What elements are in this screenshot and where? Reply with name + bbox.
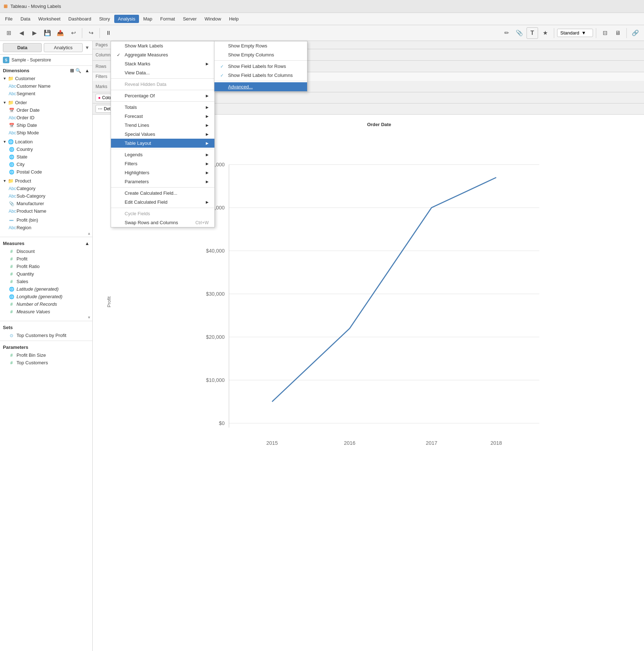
group-location-header[interactable]: ▼ 🌐 Location xyxy=(0,138,92,146)
menu-format[interactable]: Format xyxy=(157,15,179,23)
menu-parameters[interactable]: Parameters ▶ xyxy=(111,177,214,186)
field-ship-date[interactable]: 📅 Ship Date xyxy=(0,121,92,129)
menu-percentage-of[interactable]: Percentage Of ▶ xyxy=(111,91,214,100)
field-profit-ratio[interactable]: # Profit Ratio xyxy=(0,263,92,270)
toolbar-forward-btn[interactable]: ▶ xyxy=(29,27,40,39)
scroll-down-icon[interactable]: ▼ xyxy=(87,315,91,319)
submenu-show-empty-cols[interactable]: Show Empty Columns xyxy=(214,50,307,59)
field-city[interactable]: 🌐 City xyxy=(0,161,92,168)
tab-data[interactable]: Data xyxy=(3,43,42,52)
field-subcategory[interactable]: Abc Sub-Category xyxy=(0,192,92,200)
field-order-date[interactable]: 📅 Order Date xyxy=(0,106,92,114)
menu-swap-rows-cols[interactable]: Swap Rows and Columns Ctrl+W xyxy=(111,218,214,227)
menu-window[interactable]: Window xyxy=(201,15,224,23)
submenu-show-field-labels-cols[interactable]: ✓ Show Field Labels for Columns xyxy=(214,71,307,80)
menu-analysis[interactable]: Analysis xyxy=(114,15,139,23)
field-longitude[interactable]: 🌐 Longitude (generated) xyxy=(0,293,92,300)
menu-forecast[interactable]: Forecast ▶ xyxy=(111,112,214,121)
field-measure-values[interactable]: # Measure Values xyxy=(0,308,92,315)
menu-worksheet[interactable]: Worksheet xyxy=(34,15,64,23)
toolbar-pen-btn[interactable]: ✏ xyxy=(501,27,512,39)
grid-icon[interactable]: ⊞ xyxy=(70,68,74,73)
menu-help[interactable]: Help xyxy=(226,15,242,23)
toolbar-presentation-btn[interactable]: ⊟ xyxy=(599,27,611,39)
menu-trend-lines[interactable]: Trend Lines ▶ xyxy=(111,121,214,130)
menu-story[interactable]: Story xyxy=(96,15,113,23)
scroll-up-icon[interactable]: ▲ xyxy=(87,231,91,235)
menu-data[interactable]: Data xyxy=(17,15,34,23)
menu-edit-calculated[interactable]: Edit Calculated Field ▶ xyxy=(111,198,214,207)
group-product-header[interactable]: ▼ 📁 Product xyxy=(0,177,92,185)
toolbar-star-btn[interactable]: ★ xyxy=(539,27,551,39)
field-country[interactable]: 🌐 Country xyxy=(0,146,92,153)
menu-legends[interactable]: Legends ▶ xyxy=(111,150,214,159)
collapse-icon[interactable]: ▲ xyxy=(85,68,89,73)
field-latitude[interactable]: 🌐 Latitude (generated) xyxy=(0,285,92,293)
group-customer-header[interactable]: ▼ 📁 Customer xyxy=(0,75,92,82)
field-state[interactable]: 🌐 State xyxy=(0,153,92,161)
field-discount[interactable]: # Discount xyxy=(0,248,92,255)
menu-show-mark-labels[interactable]: Show Mark Labels xyxy=(111,41,214,50)
panel-chevron-icon[interactable]: ▼ xyxy=(85,45,89,50)
toolbar-back-btn[interactable]: ◀ xyxy=(16,27,27,39)
field-customer-name[interactable]: Abc Customer Name xyxy=(0,82,92,90)
toolbar-save-btn[interactable]: 💾 xyxy=(42,27,53,39)
field-label: Order ID xyxy=(17,115,34,120)
menu-map[interactable]: Map xyxy=(140,15,156,23)
field-order-id[interactable]: Abc Order ID xyxy=(0,114,92,121)
data-source[interactable]: S Sample - Superstore xyxy=(0,55,92,66)
menu-special-values[interactable]: Special Values ▶ xyxy=(111,130,214,139)
toolbar-redo-btn[interactable]: ↪ xyxy=(85,27,97,39)
field-sales[interactable]: # Sales xyxy=(0,278,92,285)
detail-icon: ⋯ xyxy=(98,106,102,111)
field-top-customers-param[interactable]: # Top Customers xyxy=(0,359,92,366)
field-top-customers[interactable]: ⊙ Top Customers by Profit xyxy=(0,332,92,339)
field-quantity[interactable]: # Quantity xyxy=(0,270,92,278)
toolbar-publish-btn[interactable]: 📤 xyxy=(55,27,66,39)
titlebar: ⊞ Tableau - Moving Labels xyxy=(0,0,644,13)
field-segment[interactable]: Abc Segment xyxy=(0,90,92,97)
analysis-dropdown-menu[interactable]: Show Mark Labels ✓ Aggregate Measures St… xyxy=(111,41,215,227)
toolbar-undo-btn[interactable]: ↩ xyxy=(68,27,79,39)
toolbar-device-btn[interactable]: 🖥 xyxy=(612,27,624,39)
menu-stack-marks[interactable]: Stack Marks ▶ xyxy=(111,59,214,68)
toolbar-new-btn[interactable]: ⊞ xyxy=(3,27,14,39)
menu-table-layout[interactable]: Table Layout ▶ xyxy=(111,139,214,148)
table-layout-submenu[interactable]: Show Empty Rows Show Empty Columns ✓ Sho… xyxy=(214,41,307,92)
tab-analytics[interactable]: Analytics xyxy=(44,43,83,52)
submenu-advanced[interactable]: Advanced... xyxy=(214,82,307,91)
menu-totals[interactable]: Totals ▶ xyxy=(111,103,214,112)
menu-server[interactable]: Server xyxy=(179,15,200,23)
toolbar-pin-btn[interactable]: 📎 xyxy=(514,27,525,39)
submenu-show-field-labels-rows[interactable]: ✓ Show Field Labels for Rows xyxy=(214,62,307,71)
field-product-name[interactable]: Abc Product Name xyxy=(0,207,92,215)
field-profit[interactable]: # Profit xyxy=(0,255,92,263)
field-region[interactable]: Abc Region xyxy=(0,224,92,231)
field-ship-mode[interactable]: Abc Ship Mode xyxy=(0,129,92,137)
measures-collapse-icon[interactable]: ▲ xyxy=(85,241,89,246)
group-order-header[interactable]: ▼ 📁 Order xyxy=(0,99,92,106)
menu-create-calculated[interactable]: Create Calculated Field... xyxy=(111,189,214,198)
field-profit-bin-size[interactable]: # Profit Bin Size xyxy=(0,351,92,359)
field-label: Measure Values xyxy=(17,309,50,314)
svg-text:$30,000: $30,000 xyxy=(206,291,224,297)
field-manufacturer[interactable]: 📎 Manufacturer xyxy=(0,200,92,207)
search-icon[interactable]: 🔍 xyxy=(75,68,81,73)
menu-dashboard[interactable]: Dashboard xyxy=(65,15,95,23)
toolbar-text-btn[interactable]: T xyxy=(527,27,538,39)
toolbar-separator-3 xyxy=(554,28,554,38)
field-num-records[interactable]: # Number of Records xyxy=(0,300,92,308)
field-postal-code[interactable]: 🌐 Postal Code xyxy=(0,168,92,176)
field-category[interactable]: Abc Category xyxy=(0,185,92,192)
menu-highlighters[interactable]: Highlighters ▶ xyxy=(111,168,214,177)
menu-file[interactable]: File xyxy=(1,15,16,23)
menu-aggregate-measures[interactable]: ✓ Aggregate Measures xyxy=(111,50,214,59)
menu-view-data[interactable]: View Data... xyxy=(111,68,214,77)
menu-filters[interactable]: Filters ▶ xyxy=(111,159,214,168)
toolbar-standard-dropdown[interactable]: Standard ▼ xyxy=(557,29,593,37)
toolbar-pause-btn[interactable]: ⏸ xyxy=(103,27,114,39)
arrow-icon: ▶ xyxy=(206,105,209,109)
field-profit-bin[interactable]: ▪▪▪ Profit (bin) xyxy=(0,216,92,224)
toolbar-share-btn[interactable]: 🔗 xyxy=(630,27,641,39)
submenu-show-empty-rows[interactable]: Show Empty Rows xyxy=(214,41,307,50)
